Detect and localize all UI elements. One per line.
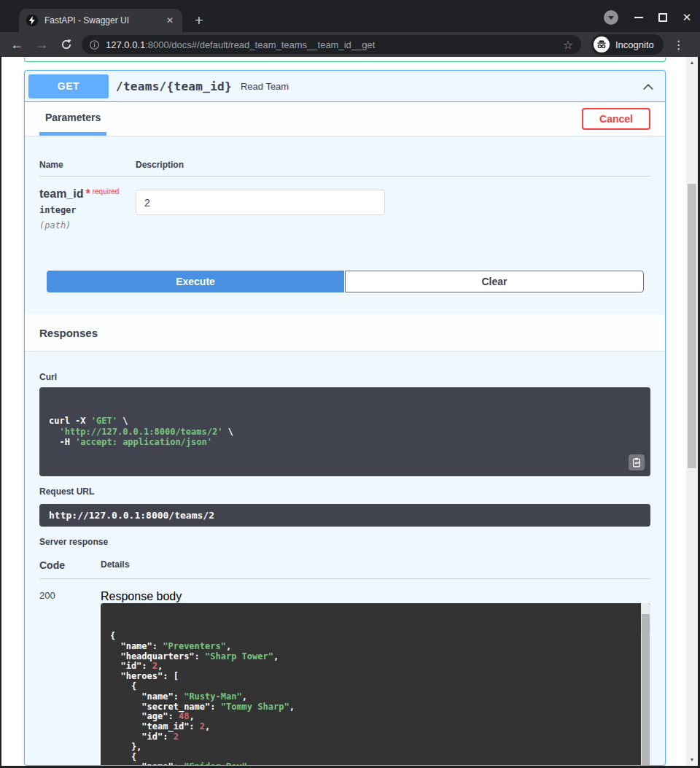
param-name: team_id*required: [39, 187, 136, 201]
tab-close-icon[interactable]: ✕: [165, 15, 175, 26]
reload-button[interactable]: [57, 35, 76, 54]
swagger-ui: GET /teams/{team_id} Read Team Parameter…: [24, 57, 666, 766]
method-badge: GET: [28, 74, 109, 98]
required-label: required: [93, 187, 120, 195]
endpoint-block-get-teams: GET /teams/{team_id} Read Team Parameter…: [24, 70, 666, 766]
page-scrollbar-thumb[interactable]: [688, 184, 696, 468]
previous-endpoint-block-edge: [24, 58, 666, 62]
chevron-down-icon: [608, 16, 614, 20]
page-scroll-down-icon[interactable]: ▼: [686, 754, 698, 764]
endpoint-summary-text: Read Team: [241, 81, 289, 92]
response-row-200: 200 Response body { "name": "Preventers"…: [39, 590, 650, 767]
minimize-icon: [634, 17, 643, 18]
copy-to-clipboard-button[interactable]: [629, 454, 645, 470]
maximize-button[interactable]: [658, 13, 667, 22]
close-button[interactable]: ✕: [678, 9, 696, 26]
clipboard-icon: [631, 457, 642, 468]
request-url-block: http://127.0.0.1:8000/teams/2: [39, 504, 650, 527]
bookmark-star-icon[interactable]: ☆: [563, 38, 573, 52]
back-button[interactable]: ←: [7, 35, 26, 54]
collapse-chevron-icon[interactable]: [642, 81, 654, 91]
browser-toolbar: ← → 127.0.0.1:8000/docs#/default/read_te…: [0, 32, 700, 57]
incognito-label: Incognito: [615, 39, 654, 50]
column-header-code: Code: [39, 559, 101, 571]
forward-button[interactable]: →: [32, 35, 51, 54]
param-type: integer: [39, 205, 136, 215]
tab-search-button[interactable]: [604, 10, 618, 25]
response-body-scrollbar[interactable]: ▲: [641, 603, 650, 767]
column-header-description: Description: [136, 160, 184, 170]
tab-parameters[interactable]: Parameters: [39, 102, 106, 136]
browser-menu-button[interactable]: ⋮: [673, 38, 685, 52]
execute-button[interactable]: Execute: [47, 271, 344, 292]
page-scroll-up-icon[interactable]: ▲: [686, 57, 698, 67]
url-text: 127.0.0.1:8000/docs#/default/read_team_t…: [106, 39, 557, 50]
tab-title: FastAPI - Swagger UI: [44, 15, 165, 26]
endpoint-path: /teams/{team_id}: [116, 79, 232, 93]
column-header-name: Name: [39, 160, 136, 170]
parameter-row: team_id*required integer (path): [39, 177, 650, 230]
responses-title: Responses: [39, 327, 98, 339]
cancel-button[interactable]: Cancel: [582, 108, 650, 130]
param-value-input[interactable]: [136, 190, 385, 215]
minimize-button[interactable]: [633, 12, 645, 23]
page-content: GET /teams/{team_id} Read Team Parameter…: [1, 57, 698, 766]
url-bar[interactable]: 127.0.0.1:8000/docs#/default/read_team_t…: [82, 35, 581, 54]
server-response-label: Server response: [39, 537, 650, 547]
endpoint-summary[interactable]: GET /teams/{team_id} Read Team: [25, 71, 665, 102]
url-host: 127.0.0.1: [106, 39, 145, 50]
status-code: 200: [39, 590, 101, 767]
incognito-icon: [594, 36, 610, 53]
browser-tab[interactable]: FastAPI - Swagger UI ✕: [19, 9, 182, 32]
response-scrollbar-thumb[interactable]: [642, 614, 650, 767]
response-table-header: Code Details: [39, 559, 650, 579]
fastapi-favicon-icon: [26, 15, 38, 26]
url-path: :8000/docs#/default/read_team_teams__tea…: [145, 39, 375, 50]
reload-icon: [61, 39, 72, 50]
execute-button-group: Execute Clear: [47, 271, 644, 292]
browser-window: FastAPI - Swagger UI ✕ + ✕ ← → 127.0.0.1…: [0, 0, 700, 768]
request-url-label: Request URL: [39, 486, 650, 497]
responses-header: Responses: [25, 314, 665, 351]
required-asterisk: *: [85, 187, 90, 200]
curl-code-block: curl -X 'GET' \ 'http://127.0.0.1:8000/t…: [39, 387, 650, 476]
response-body-label: Response body: [101, 590, 650, 603]
parameters-table: Name Description team_id*required intege…: [25, 136, 665, 230]
column-header-details: Details: [101, 559, 129, 571]
page-scrollbar[interactable]: ▲ ▼: [686, 57, 698, 766]
responses-body: Curl curl -X 'GET' \ 'http://127.0.0.1:8…: [25, 351, 665, 766]
site-info-icon[interactable]: [90, 40, 99, 50]
tab-strip: FastAPI - Swagger UI ✕ + ✕: [0, 0, 700, 32]
incognito-badge: Incognito: [591, 34, 664, 55]
param-location: (path): [39, 220, 136, 230]
new-tab-button[interactable]: +: [188, 9, 210, 31]
curl-label: Curl: [39, 372, 650, 382]
parameters-header: Parameters Cancel: [25, 102, 665, 136]
clear-button[interactable]: Clear: [345, 271, 644, 292]
response-body-block: { "name": "Preventers", "headquarters": …: [101, 603, 650, 767]
